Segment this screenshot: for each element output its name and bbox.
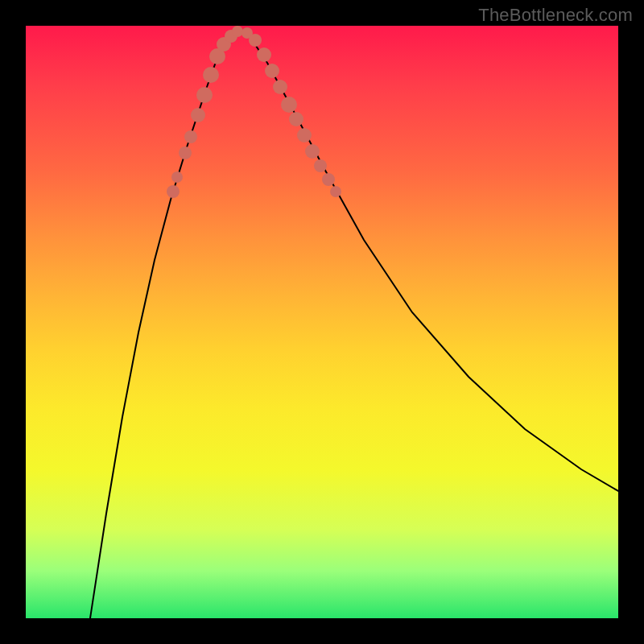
data-dot <box>322 173 335 186</box>
data-dot <box>281 97 297 113</box>
data-dot <box>167 185 180 198</box>
data-dot <box>179 147 192 159</box>
data-dot <box>273 80 287 94</box>
data-dot <box>305 144 320 159</box>
data-dot <box>249 34 262 47</box>
data-dot <box>171 171 183 183</box>
data-dot <box>330 186 341 197</box>
data-dot <box>314 159 327 172</box>
data-dot <box>265 64 279 78</box>
plot-area <box>26 26 618 618</box>
data-dot <box>203 67 219 83</box>
data-dot <box>289 112 303 126</box>
data-dot <box>257 47 271 62</box>
data-dot <box>191 108 205 122</box>
chart-frame: TheBottleneck.com <box>0 0 644 644</box>
watermark-text: TheBottleneck.com <box>478 5 633 26</box>
data-dot <box>297 128 312 142</box>
data-dot <box>196 87 213 103</box>
right-curve <box>242 31 618 491</box>
chart-svg <box>26 26 618 618</box>
data-dot <box>184 130 197 143</box>
left-curve <box>90 31 237 618</box>
data-dot <box>232 26 243 37</box>
dots-left <box>167 26 243 198</box>
